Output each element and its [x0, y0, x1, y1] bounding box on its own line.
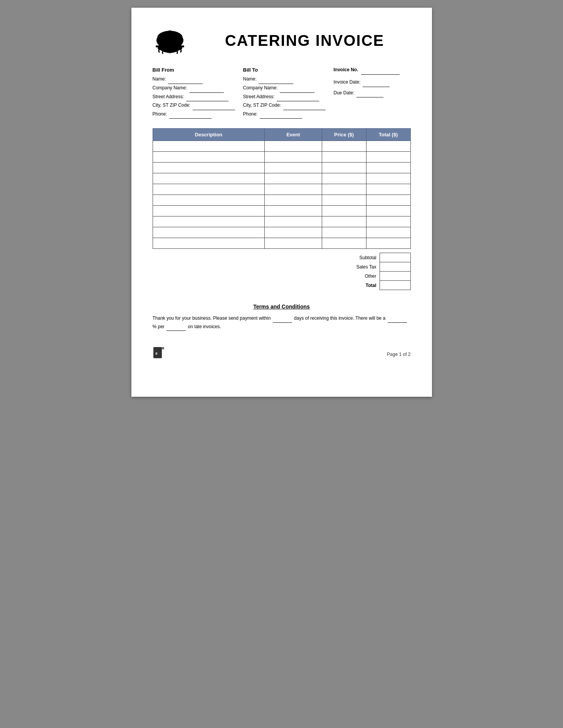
- event-cell[interactable]: [265, 163, 322, 173]
- total-cell[interactable]: [366, 152, 410, 163]
- footer: e Page 1 of 2: [153, 346, 411, 362]
- other-value[interactable]: [380, 272, 410, 281]
- terms-text-part4: on late invoices.: [188, 324, 221, 329]
- svg-point-3: [167, 30, 173, 34]
- bill-to: Bill To Name: Company Name: Street Addre…: [243, 65, 334, 119]
- desc-cell[interactable]: [153, 152, 265, 163]
- table-row: [153, 173, 410, 184]
- price-cell[interactable]: [322, 206, 366, 216]
- total-cell[interactable]: [366, 206, 410, 216]
- event-cell[interactable]: [265, 227, 322, 238]
- svg-point-4: [158, 45, 182, 51]
- event-cell[interactable]: [265, 216, 322, 227]
- doc-icon-container: e: [153, 346, 165, 362]
- price-cell[interactable]: [322, 238, 366, 249]
- event-cell[interactable]: [265, 195, 322, 206]
- table-row: [153, 238, 410, 249]
- header: CATERING INVOICE: [153, 27, 411, 54]
- total-cell[interactable]: [366, 163, 410, 173]
- due-date-field[interactable]: [356, 89, 383, 98]
- to-street-field[interactable]: [277, 93, 319, 102]
- table-body: [153, 141, 410, 249]
- desc-cell[interactable]: [153, 195, 265, 206]
- page-number: Page 1 of 2: [387, 352, 410, 357]
- terms-section: Terms and Conditions Thank you for your …: [153, 304, 411, 331]
- price-cell[interactable]: [322, 173, 366, 184]
- invoice-info: Invoice No. Invoice Date: Due Date:: [334, 65, 411, 119]
- invoice-date-field[interactable]: [363, 78, 390, 87]
- total-cell[interactable]: [366, 184, 410, 195]
- price-cell[interactable]: [322, 141, 366, 152]
- total-cell[interactable]: [366, 195, 410, 206]
- bill-from: Bill From Name: Company Name: Street Add…: [153, 65, 243, 119]
- price-cell[interactable]: [322, 184, 366, 195]
- desc-cell[interactable]: [153, 216, 265, 227]
- from-phone-field[interactable]: [169, 110, 212, 119]
- event-cell[interactable]: [265, 238, 322, 249]
- summary-table: Subtotal Sales Tax Other Total: [323, 253, 411, 290]
- invoice-page: CATERING INVOICE Bill From Name: Company…: [131, 8, 432, 397]
- terms-text: Thank you for your business. Please send…: [153, 314, 411, 331]
- col-header-description: Description: [153, 129, 265, 141]
- late-period-field[interactable]: [166, 323, 186, 331]
- to-name-field[interactable]: [259, 75, 293, 84]
- invoice-no-row: Invoice No.: [334, 65, 411, 75]
- price-cell[interactable]: [322, 152, 366, 163]
- price-cell[interactable]: [322, 216, 366, 227]
- total-label: Total: [323, 281, 380, 290]
- event-cell[interactable]: [265, 206, 322, 216]
- desc-cell[interactable]: [153, 238, 265, 249]
- subtotal-value[interactable]: [380, 253, 410, 262]
- terms-text-part3: % per: [153, 324, 165, 329]
- terms-text-part2: days of receiving this invoice. There wi…: [294, 315, 385, 321]
- price-cell[interactable]: [322, 163, 366, 173]
- total-value[interactable]: [380, 281, 410, 290]
- to-city-field[interactable]: [283, 101, 326, 110]
- svg-rect-5: [153, 347, 162, 358]
- table-row: [153, 141, 410, 152]
- bill-from-city: City, ST ZIP Code:: [153, 101, 243, 110]
- bill-to-company: Company Name:: [243, 84, 334, 93]
- bill-from-street: Street Address:: [153, 93, 243, 102]
- from-name-field[interactable]: [168, 75, 203, 84]
- desc-cell[interactable]: [153, 227, 265, 238]
- invoice-date-label: Invoice Date:: [334, 79, 361, 85]
- from-city-field[interactable]: [193, 101, 235, 110]
- event-cell[interactable]: [265, 152, 322, 163]
- desc-cell[interactable]: [153, 184, 265, 195]
- table-row: [153, 163, 410, 173]
- to-company-field[interactable]: [280, 84, 314, 93]
- total-cell[interactable]: [366, 227, 410, 238]
- price-cell[interactable]: [322, 195, 366, 206]
- other-label: Other: [323, 272, 380, 281]
- total-cell[interactable]: [366, 141, 410, 152]
- cloche-svg: [153, 27, 187, 54]
- catering-icon: [153, 27, 187, 54]
- bill-from-phone: Phone:: [153, 110, 243, 119]
- payment-days-field[interactable]: [273, 314, 292, 322]
- sales-tax-value[interactable]: [380, 262, 410, 272]
- desc-cell[interactable]: [153, 173, 265, 184]
- sales-tax-row: Sales Tax: [323, 262, 410, 272]
- header-row: Description Event Price ($) Total ($): [153, 129, 410, 141]
- invoice-table: Description Event Price ($) Total ($): [153, 128, 411, 249]
- desc-cell[interactable]: [153, 206, 265, 216]
- total-cell[interactable]: [366, 216, 410, 227]
- table-row: [153, 206, 410, 216]
- invoice-no-field[interactable]: [361, 65, 400, 75]
- total-cell[interactable]: [366, 238, 410, 249]
- from-street-field[interactable]: [186, 93, 229, 102]
- from-company-field[interactable]: [189, 84, 224, 93]
- late-percent-field[interactable]: [388, 314, 407, 322]
- desc-cell[interactable]: [153, 141, 265, 152]
- bill-to-name: Name:: [243, 75, 334, 84]
- table-row: [153, 216, 410, 227]
- event-cell[interactable]: [265, 173, 322, 184]
- total-cell[interactable]: [366, 173, 410, 184]
- to-phone-field[interactable]: [260, 110, 302, 119]
- event-cell[interactable]: [265, 184, 322, 195]
- desc-cell[interactable]: [153, 163, 265, 173]
- event-cell[interactable]: [265, 141, 322, 152]
- svg-text:e: e: [155, 351, 158, 356]
- price-cell[interactable]: [322, 227, 366, 238]
